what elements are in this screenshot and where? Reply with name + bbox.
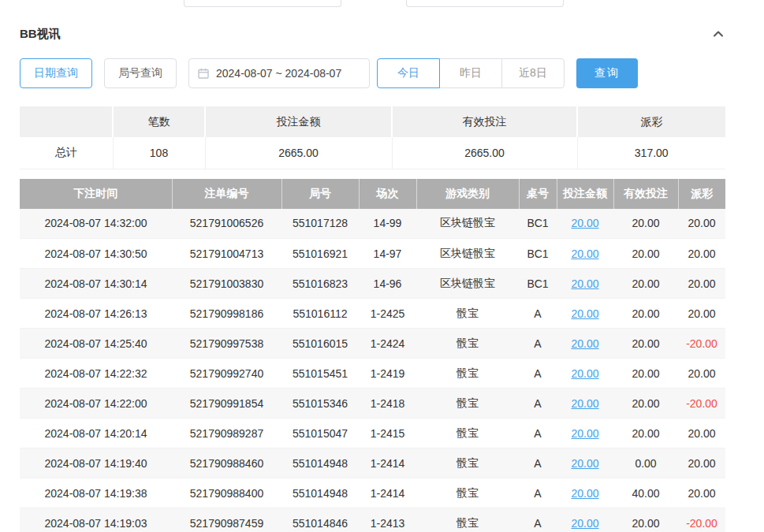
quick-filter-today[interactable]: 今日 — [377, 58, 440, 88]
table-row: 2024-08-07 14:25:40 521790997538 5510160… — [20, 329, 725, 359]
cell-payout: 20.00 — [678, 478, 725, 508]
cell-session: 1-2413 — [359, 508, 416, 532]
cell-order-id: 521790992740 — [172, 359, 281, 389]
round-query-button[interactable]: 局号查询 — [104, 58, 177, 88]
table-row: 2024-08-07 14:22:32 521790992740 5510154… — [20, 359, 725, 389]
cell-table-no: A — [519, 508, 557, 532]
bet-amount-link[interactable]: 20.00 — [571, 367, 598, 380]
bet-amount-link[interactable]: 20.00 — [571, 517, 598, 530]
collapse-chevron-up-icon[interactable] — [711, 27, 725, 41]
calendar-icon — [197, 67, 210, 80]
cell-table-no: A — [519, 359, 557, 389]
cell-valid-bet: 0.00 — [613, 448, 678, 478]
header-session: 场次 — [359, 179, 416, 209]
header-round-no: 局号 — [281, 179, 359, 209]
cell-order-id: 521790988460 — [172, 448, 281, 478]
cell-bet-time: 2024-08-07 14:30:14 — [20, 269, 172, 299]
cell-order-id: 521790998186 — [172, 299, 281, 329]
bet-amount-link[interactable]: 20.00 — [571, 247, 598, 260]
cell-bet-amount: 20.00 — [557, 299, 613, 329]
cell-table-no: A — [519, 389, 557, 419]
filter-bar: 日期查询 局号查询 2024-08-07 ~ 2024-08-07 今日 昨日 … — [20, 58, 725, 88]
cell-bet-time: 2024-08-07 14:30:50 — [20, 239, 172, 269]
cell-valid-bet: 20.00 — [613, 389, 678, 419]
bet-amount-link[interactable]: 20.00 — [571, 397, 598, 410]
cell-round-no: 551014948 — [281, 478, 359, 508]
cell-bet-time: 2024-08-07 14:19:03 — [20, 508, 172, 532]
summary-payout-value: 317.00 — [577, 137, 725, 169]
cell-table-no: BC1 — [519, 239, 557, 269]
cell-order-id: 521790987459 — [172, 508, 281, 532]
date-range-picker[interactable]: 2024-08-07 ~ 2024-08-07 — [188, 58, 370, 88]
cell-session: 14-99 — [359, 209, 416, 239]
table-row: 2024-08-07 14:22:00 521790991854 5510153… — [20, 389, 725, 419]
cell-order-id: 521790989287 — [172, 419, 281, 448]
cell-bet-time: 2024-08-07 14:32:00 — [20, 209, 172, 239]
table-row: 2024-08-07 14:32:00 521791006526 5510171… — [20, 209, 725, 239]
table-row: 2024-08-07 14:30:50 521791004713 5510169… — [20, 239, 725, 269]
bet-amount-link[interactable]: 20.00 — [571, 427, 598, 440]
cell-payout: 20.00 — [678, 269, 725, 299]
header-payout: 派彩 — [678, 179, 725, 209]
cell-order-id: 521790997538 — [172, 329, 281, 359]
cell-valid-bet: 20.00 — [613, 419, 678, 448]
cell-payout: 20.00 — [678, 448, 725, 478]
summary-header-count: 笔数 — [113, 106, 205, 137]
cell-game-type: 骰宝 — [416, 419, 519, 448]
bet-amount-link[interactable]: 20.00 — [571, 487, 598, 500]
cell-bet-amount: 20.00 — [557, 448, 613, 478]
cell-valid-bet: 20.00 — [613, 359, 678, 389]
cell-order-id: 521790991854 — [172, 389, 281, 419]
cell-table-no: BC1 — [519, 269, 557, 299]
cell-bet-amount: 20.00 — [557, 419, 613, 448]
cell-session: 1-2424 — [359, 329, 416, 359]
cell-bet-amount: 20.00 — [557, 239, 613, 269]
cell-bet-amount: 20.00 — [557, 269, 613, 299]
summary-table: 笔数 投注金额 有效投注 派彩 总计 108 2665.00 2665.00 3… — [20, 106, 725, 169]
summary-total-row: 总计 108 2665.00 2665.00 317.00 — [20, 137, 725, 169]
cell-valid-bet: 20.00 — [613, 269, 678, 299]
cell-valid-bet: 20.00 — [613, 239, 678, 269]
cell-round-no: 551015451 — [281, 359, 359, 389]
cell-session: 1-2418 — [359, 389, 416, 419]
table-row: 2024-08-07 14:19:03 521790987459 5510148… — [20, 508, 725, 532]
header-order-id: 注单编号 — [172, 179, 281, 209]
cell-table-no: A — [519, 299, 557, 329]
cell-round-no: 551016112 — [281, 299, 359, 329]
bet-amount-link[interactable]: 20.00 — [571, 337, 598, 350]
cell-bet-amount: 20.00 — [557, 329, 613, 359]
bet-amount-link[interactable]: 20.00 — [571, 277, 598, 290]
cell-session: 1-2415 — [359, 419, 416, 448]
cell-payout: -20.00 — [678, 389, 725, 419]
cell-bet-amount: 20.00 — [557, 478, 613, 508]
quick-filter-yesterday[interactable]: 昨日 — [439, 58, 502, 88]
cell-payout: -20.00 — [678, 508, 725, 532]
cell-round-no: 551014948 — [281, 448, 359, 478]
betting-report-page: BB视讯 日期查询 局号查询 2024-08-07 ~ — [0, 0, 764, 532]
quick-filter-last-8-days[interactable]: 近8日 — [501, 58, 565, 88]
cell-game-type: 区块链骰宝 — [416, 239, 519, 269]
cell-round-no: 551014846 — [281, 508, 359, 532]
table-row: 2024-08-07 14:19:40 521790988460 5510149… — [20, 448, 725, 478]
cell-table-no: A — [519, 478, 557, 508]
header-valid-bet: 有效投注 — [613, 179, 678, 209]
header-table-no: 桌号 — [519, 179, 557, 209]
cell-game-type: 骰宝 — [416, 299, 519, 329]
cell-bet-time: 2024-08-07 14:19:38 — [20, 478, 172, 508]
search-button[interactable]: 查询 — [576, 58, 638, 88]
cell-game-type: 骰宝 — [416, 329, 519, 359]
cell-game-type: 骰宝 — [416, 448, 519, 478]
cell-session: 1-2425 — [359, 299, 416, 329]
date-query-button[interactable]: 日期查询 — [20, 58, 92, 88]
table-row: 2024-08-07 14:30:14 521791003830 5510168… — [20, 269, 725, 299]
cell-valid-bet: 20.00 — [613, 209, 678, 239]
header-game-type: 游戏类别 — [416, 179, 519, 209]
cell-session: 1-2414 — [359, 478, 416, 508]
bet-amount-link[interactable]: 20.00 — [571, 217, 598, 229]
bet-amount-link[interactable]: 20.00 — [571, 457, 598, 470]
bet-amount-link[interactable]: 20.00 — [571, 307, 598, 320]
cell-bet-time: 2024-08-07 14:19:40 — [20, 448, 172, 478]
summary-header-row: 笔数 投注金额 有效投注 派彩 — [20, 106, 725, 137]
cell-session: 14-96 — [359, 269, 416, 299]
cell-game-type: 区块链骰宝 — [416, 269, 519, 299]
